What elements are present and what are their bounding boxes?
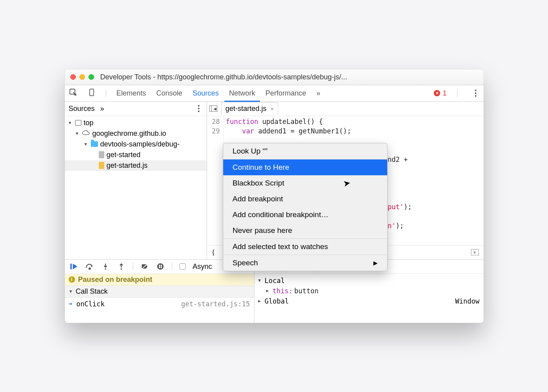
ctx-add-breakpoint[interactable]: Add breakpoint bbox=[223, 191, 387, 207]
ctx-look-up[interactable]: Look Up “” bbox=[223, 143, 387, 159]
tab-network[interactable]: Network bbox=[229, 89, 255, 98]
line-gutter: 2829 bbox=[207, 116, 224, 245]
ctx-speech[interactable]: Speech ▶ bbox=[223, 255, 387, 271]
frame-name: onClick bbox=[76, 300, 105, 308]
disclosure-triangle-icon: ▼ bbox=[69, 289, 73, 294]
error-icon: × bbox=[434, 90, 440, 96]
current-frame-icon: ➔ bbox=[69, 300, 73, 308]
scope-this-value: button bbox=[294, 287, 318, 295]
editor-tab-label: get-started.js bbox=[226, 105, 267, 113]
svg-point-7 bbox=[157, 263, 163, 270]
info-icon: i bbox=[69, 276, 75, 283]
tree-top[interactable]: ▼ top bbox=[65, 118, 207, 128]
toggle-navigator-icon[interactable] bbox=[209, 105, 217, 112]
submenu-arrow-icon: ▶ bbox=[373, 260, 378, 266]
active-tab-indicator bbox=[224, 101, 260, 102]
page-icon bbox=[75, 120, 81, 126]
svg-point-3 bbox=[89, 268, 90, 270]
async-checkbox[interactable] bbox=[179, 263, 186, 270]
mouse-cursor-icon: ➤ bbox=[342, 178, 351, 189]
disclosure-triangle-icon[interactable]: ▼ bbox=[75, 131, 80, 136]
error-count: 1 bbox=[443, 89, 446, 98]
zoom-window-button[interactable] bbox=[89, 74, 94, 80]
file-tree: ▼ top ▼ googlechrome.github.io ▼ devtool… bbox=[65, 116, 207, 259]
pause-on-exceptions-icon[interactable] bbox=[156, 263, 165, 270]
svg-point-5 bbox=[121, 268, 122, 270]
tree-label: get-started.js bbox=[107, 161, 148, 170]
svg-rect-8 bbox=[159, 265, 160, 268]
scope-global-row[interactable]: ▶ Global Window bbox=[254, 296, 484, 306]
ctx-add-to-watches[interactable]: Add selected text to watches bbox=[223, 239, 387, 255]
tab-elements[interactable]: Elements bbox=[117, 89, 146, 98]
tree-label: top bbox=[84, 119, 94, 127]
disclosure-triangle-icon[interactable]: ▼ bbox=[68, 120, 73, 125]
window-title: Developer Tools - https://googlechrome.g… bbox=[100, 73, 347, 81]
context-menu: Look Up “” Continue to Here Blackbox Scr… bbox=[223, 143, 388, 271]
step-out-icon[interactable] bbox=[117, 263, 126, 270]
step-over-icon[interactable] bbox=[85, 263, 94, 270]
ctx-continue-to-here[interactable]: Continue to Here bbox=[223, 159, 387, 175]
svg-rect-2 bbox=[70, 264, 72, 269]
navigator-menu-button[interactable] bbox=[195, 105, 203, 112]
devtools-window: Developer Tools - https://googlechrome.g… bbox=[65, 69, 484, 323]
callstack-header[interactable]: ▼ Call Stack bbox=[65, 286, 254, 298]
scope-local-label: Local bbox=[265, 277, 285, 285]
minimize-window-button[interactable] bbox=[79, 74, 85, 80]
deactivate-breakpoints-icon[interactable] bbox=[140, 263, 149, 270]
navigator-tabs-overflow[interactable]: » bbox=[100, 105, 104, 113]
cloud-icon bbox=[82, 129, 90, 138]
navigator-header: Sources » bbox=[65, 102, 207, 116]
disclosure-triangle-icon: ▶ bbox=[258, 298, 263, 304]
error-badge[interactable]: × 1 bbox=[434, 89, 446, 98]
tab-console[interactable]: Console bbox=[156, 89, 183, 98]
paused-status-bar: i Paused on breakpoint bbox=[65, 274, 254, 286]
scope-this-row[interactable]: ▶ this: button bbox=[254, 286, 484, 296]
navigator-tab-sources[interactable]: Sources bbox=[69, 105, 95, 113]
scope-local-header[interactable]: ▼ Local bbox=[254, 276, 484, 286]
callstack-frame[interactable]: ➔ onClick get-started.js:15 bbox=[65, 298, 254, 310]
tab-sources[interactable]: Sources bbox=[193, 89, 219, 98]
close-tab-icon[interactable]: × bbox=[271, 105, 274, 112]
svg-rect-9 bbox=[160, 265, 162, 268]
panel-tabstrip: Elements Console Sources Network Perform… bbox=[65, 85, 484, 102]
ctx-never-pause-here[interactable]: Never pause here bbox=[223, 223, 387, 238]
resume-icon[interactable] bbox=[70, 263, 78, 270]
tree-file-js[interactable]: get-started.js bbox=[65, 160, 207, 171]
tree-label: devtools-samples/debug- bbox=[100, 140, 180, 148]
tab-performance[interactable]: Performance bbox=[266, 89, 306, 98]
disclosure-triangle-icon[interactable]: ▼ bbox=[84, 142, 89, 146]
folder-icon bbox=[91, 141, 98, 147]
disclosure-triangle-icon: ▶ bbox=[266, 288, 271, 293]
tree-folder[interactable]: ▼ devtools-samples/debug- bbox=[65, 139, 207, 150]
svg-point-4 bbox=[105, 268, 106, 270]
ctx-blackbox-script[interactable]: Blackbox Script bbox=[223, 175, 387, 191]
settings-menu-button[interactable] bbox=[472, 90, 480, 97]
scope-body: ▼ Local ▶ this: button ▶ Global Window bbox=[254, 274, 484, 308]
inspect-icon[interactable] bbox=[69, 88, 77, 99]
ctx-add-conditional-breakpoint[interactable]: Add conditional breakpoint… bbox=[223, 207, 387, 223]
window-controls bbox=[70, 74, 94, 80]
paused-status-text: Paused on breakpoint bbox=[78, 276, 153, 284]
tabs-overflow[interactable]: » bbox=[316, 89, 320, 98]
file-icon bbox=[99, 162, 104, 169]
titlebar: Developer Tools - https://googlechrome.g… bbox=[65, 69, 484, 85]
step-into-icon[interactable] bbox=[101, 263, 110, 270]
callstack-label: Call Stack bbox=[76, 287, 108, 296]
tree-domain[interactable]: ▼ googlechrome.github.io bbox=[65, 128, 207, 139]
file-icon bbox=[99, 151, 104, 158]
svg-rect-1 bbox=[90, 89, 94, 96]
tree-file-html[interactable]: get-started bbox=[65, 150, 207, 160]
navigator-sidebar: Sources » ▼ top ▼ googlechrome.github.io… bbox=[65, 102, 207, 259]
pretty-print-icon[interactable]: { bbox=[212, 248, 215, 257]
close-window-button[interactable] bbox=[70, 74, 76, 80]
coverage-dropdown-icon[interactable]: ▼ bbox=[471, 249, 479, 255]
editor-tab[interactable]: get-started.js × bbox=[221, 102, 279, 115]
separator bbox=[172, 263, 172, 270]
editor-tabbar: ◀ get-started.js × bbox=[207, 102, 484, 116]
device-toggle-icon[interactable] bbox=[88, 88, 96, 99]
scope-global-value: Window bbox=[455, 297, 479, 305]
separator bbox=[133, 263, 133, 270]
async-label: Async bbox=[193, 263, 212, 271]
tree-label: googlechrome.github.io bbox=[92, 129, 166, 138]
frame-location: get-started.js:15 bbox=[181, 300, 250, 308]
